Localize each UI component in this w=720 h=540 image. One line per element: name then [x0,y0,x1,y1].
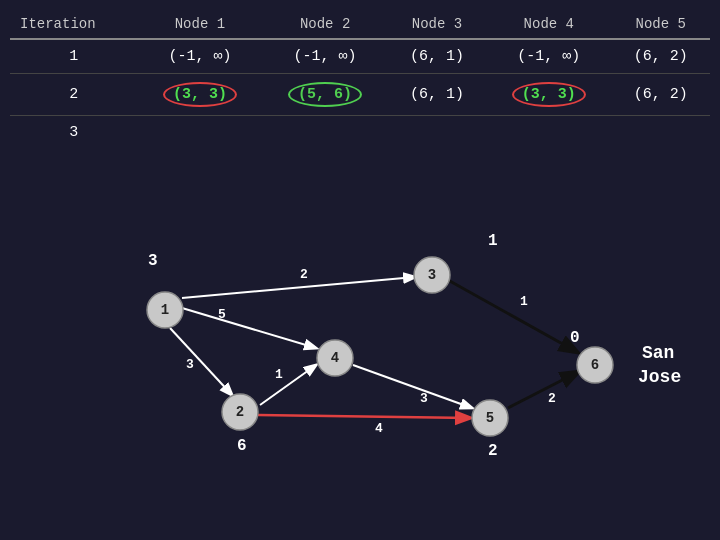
row3-node4 [486,116,611,150]
cell-highlight: (3, 3) [163,82,237,107]
table-row: 3 [10,116,710,150]
edge-label-5-6: 2 [548,391,556,406]
edge-label-2-5: 4 [375,421,383,436]
row1-node3: (6, 1) [388,39,487,74]
iter-2: 2 [10,74,137,116]
row2-node4: (3, 3) [486,74,611,116]
row2-node5: (6, 2) [611,74,710,116]
graph-svg: 1 2 3 4 5 6 3 1 2 0 6 2 5 3 1 [0,190,720,540]
col-header-node2: Node 2 [263,10,388,39]
dist-node6: 0 [570,329,580,347]
node-3-label: 3 [428,267,436,283]
edge-label-1-4: 5 [218,307,226,322]
node-6-label: 6 [591,357,599,373]
dist-node2: 6 [237,437,247,455]
col-header-node4: Node 4 [486,10,611,39]
dist-node3: 1 [488,232,498,250]
row2-node1: (3, 3) [137,74,262,116]
edge-1-2 [170,328,232,395]
node-4-label: 4 [331,350,339,366]
edge-3-6 [448,280,577,352]
san-jose-label2: Jose [638,367,681,387]
san-jose-label: San [642,343,674,363]
row2-node3: (6, 1) [388,74,487,116]
row1-node1: (-1, ∞) [137,39,262,74]
edge-1-3 [182,277,415,298]
row2-node2: (5, 6) [263,74,388,116]
table-section: Iteration Node 1 Node 2 Node 3 Node 4 No… [0,0,720,149]
node-2-label: 2 [236,404,244,420]
iter-3: 3 [10,116,137,150]
graph-section: 1 2 3 4 5 6 3 1 2 0 6 2 5 3 1 [0,190,720,540]
iter-1: 1 [10,39,137,74]
row3-node1 [137,116,262,150]
node-5-label: 5 [486,410,494,426]
node-1-label: 1 [161,302,169,318]
row1-node2: (-1, ∞) [263,39,388,74]
table-header-row: Iteration Node 1 Node 2 Node 3 Node 4 No… [10,10,710,39]
col-header-node3: Node 3 [388,10,487,39]
iteration-table: Iteration Node 1 Node 2 Node 3 Node 4 No… [10,10,710,149]
table-row: 2 (3, 3) (5, 6) (6, 1) (3, 3) (6, 2) [10,74,710,116]
edge-1-4 [182,308,316,348]
row1-node4: (-1, ∞) [486,39,611,74]
edge-label-3-6: 1 [520,294,528,309]
dist-node1: 3 [148,252,158,270]
edge-label-4-5: 3 [420,391,428,406]
table-row: 1 (-1, ∞) (-1, ∞) (6, 1) (-1, ∞) (6, 2) [10,39,710,74]
edge-label-2-4: 1 [275,367,283,382]
col-header-node1: Node 1 [137,10,262,39]
edge-label-1-3: 2 [300,267,308,282]
col-header-node5: Node 5 [611,10,710,39]
col-header-iteration: Iteration [10,10,137,39]
row1-node5: (6, 2) [611,39,710,74]
row3-node3 [388,116,487,150]
edge-4-5 [353,365,472,408]
edge-label-1-2: 3 [186,357,194,372]
edge-2-4 [260,365,316,405]
row3-node2 [263,116,388,150]
cell-highlight: (5, 6) [288,82,362,107]
edge-2-5-red [258,415,470,418]
cell-highlight: (3, 3) [512,82,586,107]
edge-5-6 [508,372,578,408]
row3-node5 [611,116,710,150]
dist-node5: 2 [488,442,498,460]
